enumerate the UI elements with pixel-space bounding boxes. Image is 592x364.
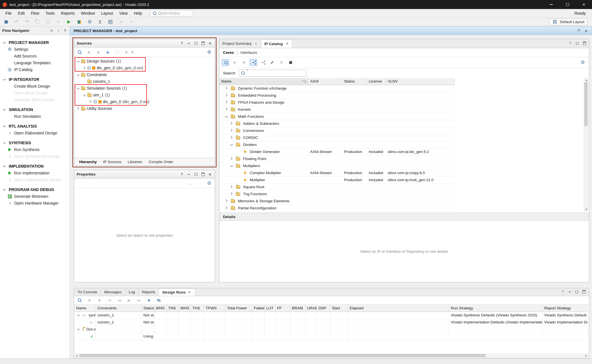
cancel-icon[interactable] [129, 19, 134, 25]
expander-icon[interactable] [225, 94, 228, 97]
menu-item[interactable]: Reports [58, 10, 78, 17]
flow-row[interactable]: Open Elaborated Design [0, 130, 70, 136]
ip-row[interactable]: Conversions [219, 127, 454, 134]
ip-row[interactable]: Divider Generator AXI4-Stream Production… [219, 148, 454, 155]
ip-row[interactable]: Math Functions [219, 113, 454, 120]
expand-all-icon[interactable] [97, 298, 102, 303]
scroll-right-icon[interactable] [586, 355, 587, 357]
menu-item[interactable]: Window [78, 10, 98, 17]
percent-icon[interactable] [156, 298, 162, 303]
edit-icon[interactable] [118, 19, 124, 25]
source-tree-row[interactable]: div_gen_0 (div_gen_0.xci) [74, 98, 215, 105]
menu-item[interactable]: File [2, 10, 15, 17]
delete-icon[interactable] [56, 19, 61, 25]
flow-row[interactable]: SIMULATION [0, 106, 70, 113]
minimize-button[interactable] [543, 0, 559, 9]
go-to-start-icon[interactable] [107, 298, 112, 303]
flow-row[interactable]: IMPLEMENTATION [0, 163, 70, 170]
expander-icon[interactable] [225, 101, 228, 104]
maximize-icon[interactable] [201, 41, 205, 46]
menu-item[interactable]: View [116, 10, 131, 17]
flow-row[interactable]: Add Sources [0, 53, 70, 59]
close-icon[interactable] [584, 28, 588, 33]
float-icon[interactable] [194, 41, 198, 46]
scroll-up-icon[interactable] [585, 79, 587, 81]
expander-icon[interactable] [77, 313, 80, 317]
expander-icon[interactable] [225, 108, 228, 111]
design-run-row[interactable]: div_gen_0 Using cached IP results [74, 333, 588, 340]
column-header-status[interactable]: Status [342, 78, 367, 85]
vertical-scrollbar[interactable] [584, 78, 588, 212]
flow-row[interactable]: Open Implemented Design [0, 176, 70, 183]
expander-icon[interactable] [225, 86, 228, 90]
bottom-tab[interactable]: Messages [101, 288, 125, 296]
close-icon[interactable] [208, 41, 212, 46]
flow-row[interactable]: IP Catalog [0, 66, 70, 73]
search-icon[interactable] [77, 50, 83, 55]
runs-column-header[interactable]: Report Strategy [542, 305, 588, 312]
source-tree-row[interactable]: constrs_1 [74, 78, 215, 85]
ip-row[interactable]: Complex Multiplier AXI4-Stream Productio… [219, 169, 454, 176]
flow-row[interactable]: Settings [0, 46, 70, 53]
ip-row[interactable]: Memories & Storage Elements [219, 197, 454, 205]
help-icon[interactable] [180, 172, 184, 177]
float-icon[interactable] [575, 290, 579, 294]
runs-column-header[interactable]: Total Power [225, 305, 252, 312]
ip-row[interactable]: Square Root [219, 183, 454, 190]
collapse-all-icon[interactable] [231, 59, 238, 66]
runs-column-header[interactable]: Failed Routes [252, 305, 264, 312]
runs-column-header[interactable]: TPWS [204, 305, 225, 312]
copy-icon[interactable] [35, 19, 40, 25]
search-icon[interactable] [77, 298, 83, 303]
design-run-row[interactable]: synth_1 constrs_1 Not started [74, 312, 588, 319]
ip-search-input[interactable] [239, 70, 306, 77]
runs-column-header[interactable]: DSP [317, 305, 330, 312]
expander-icon[interactable] [89, 100, 92, 104]
collapse-all-icon[interactable] [86, 50, 92, 55]
expander-icon[interactable] [230, 185, 233, 189]
expander-icon[interactable] [225, 206, 228, 210]
layout-grid-icon[interactable] [108, 19, 113, 25]
flow-row[interactable]: Open Hardware Manager [0, 200, 70, 207]
settings-gear-icon[interactable] [87, 19, 92, 25]
help-icon[interactable] [560, 290, 565, 294]
bottom-tab[interactable]: Design Runs [159, 288, 195, 296]
ip-row[interactable]: Floating Point [219, 155, 454, 162]
ip-settings-wrench-icon[interactable] [268, 59, 276, 66]
flow-row[interactable]: Run Synthesis [0, 146, 70, 153]
flow-row[interactable]: Open Synthesized Design [0, 153, 70, 160]
expander-icon[interactable] [230, 164, 233, 168]
disabled-circle-icon[interactable] [278, 59, 285, 66]
runs-column-header[interactable]: BRAM [290, 305, 305, 312]
sources-panel-header[interactable]: Sources [74, 39, 215, 48]
menu-item[interactable]: Tools [42, 10, 58, 17]
settings-gear-icon[interactable] [206, 181, 212, 186]
ip-row[interactable]: Trig Functions [219, 190, 454, 197]
column-header-name[interactable]: Name 1 [219, 78, 308, 85]
close-tab-icon[interactable] [285, 41, 289, 46]
flow-row[interactable]: PROJECT MANAGER [0, 39, 70, 46]
runs-column-header[interactable]: Status [142, 305, 154, 312]
subtab-interfaces[interactable]: Interfaces [240, 50, 257, 55]
back-icon[interactable] [188, 181, 194, 186]
stop-icon[interactable] [287, 59, 294, 66]
expander-icon[interactable] [76, 107, 80, 110]
bottom-tab[interactable]: Tcl Console [74, 288, 101, 296]
step-forward-icon[interactable] [136, 298, 142, 303]
paste-icon[interactable] [45, 19, 51, 25]
minimize-icon[interactable] [187, 172, 191, 177]
design-run-row[interactable]: impl_1 constrs_1 Not started [74, 319, 588, 326]
taxonomy-view-icon[interactable] [259, 59, 266, 66]
source-tree-row[interactable]: Constraints [74, 71, 215, 78]
expander-icon[interactable] [77, 327, 80, 331]
help-icon[interactable] [180, 41, 184, 46]
flow-row[interactable]: Run Implementation [0, 170, 70, 176]
flow-row[interactable]: Open Block Design [0, 90, 70, 96]
ip-row[interactable]: Adders & Subtracters [219, 120, 454, 127]
ip-row[interactable]: Partial Reconfiguration [219, 205, 454, 212]
dock-icon[interactable] [49, 28, 54, 33]
reports-icon[interactable] [76, 19, 82, 25]
sum-icon[interactable] [97, 19, 103, 25]
help-icon[interactable] [63, 28, 67, 33]
tab-ip-catalog[interactable]: IP Catalog [261, 39, 293, 48]
